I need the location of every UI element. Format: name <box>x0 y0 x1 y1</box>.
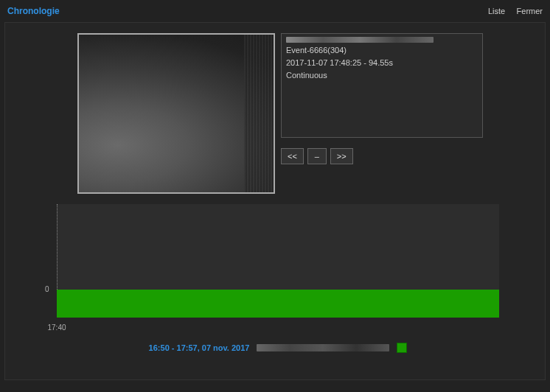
event-preview-image[interactable] <box>77 33 275 194</box>
page-title: Chronologie <box>7 6 60 16</box>
event-mode: Continuous <box>286 69 478 82</box>
event-name: Event-6666(304) <box>286 44 478 57</box>
overview-strip[interactable] <box>257 344 389 351</box>
legend-color-continuous <box>397 343 407 353</box>
main-panel: Event-6666(304) 2017-11-07 17:48:25 - 94… <box>4 22 546 380</box>
x-tick-label: 17:40 <box>47 323 66 332</box>
timeline-chart[interactable]: 0 <box>57 204 499 290</box>
event-mini-thumb <box>286 37 434 43</box>
timeline-segment[interactable] <box>57 290 499 318</box>
timeline-band[interactable] <box>57 290 499 318</box>
y-tick-0: 0 <box>45 285 49 293</box>
next-button[interactable]: >> <box>330 148 353 164</box>
close-link[interactable]: Fermer <box>517 7 543 15</box>
event-info-box: Event-6666(304) 2017-11-07 17:48:25 - 94… <box>281 33 483 138</box>
event-timestamp: 2017-11-07 17:48:25 - 94.55s <box>286 57 478 69</box>
prev-button[interactable]: << <box>281 148 304 164</box>
stop-button[interactable]: – <box>307 148 327 164</box>
time-range-label: 16:50 - 17:57, 07 nov. 2017 <box>149 343 250 352</box>
x-axis-labels: 17:0017:1017:2017:3017:4017:50 <box>57 323 499 337</box>
list-link[interactable]: Liste <box>488 7 505 15</box>
